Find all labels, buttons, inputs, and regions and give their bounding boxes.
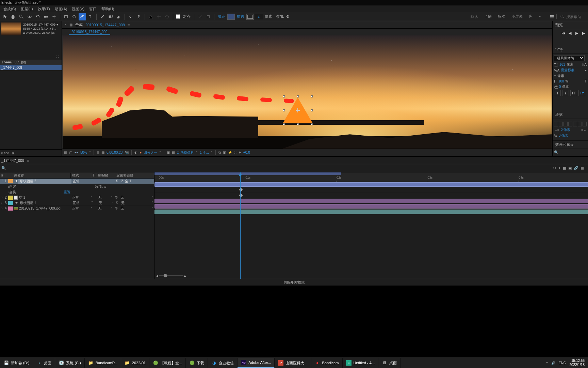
res-icon[interactable]: ⊞	[97, 151, 99, 154]
selection-tool[interactable]	[1, 13, 9, 20]
draft3d-icon[interactable]: ▦	[581, 166, 584, 170]
comp-tab-name[interactable]: 20190915_174447_009	[85, 23, 125, 27]
view-axis-tool[interactable]	[163, 13, 171, 20]
align-left-button[interactable]	[554, 122, 558, 126]
camera-tool[interactable]	[42, 13, 50, 20]
layer-bar[interactable]	[154, 210, 588, 214]
clock[interactable]: 15:12:55 2022/1/18	[570, 359, 585, 367]
taskbar-item[interactable]: P山西医科大...	[275, 358, 311, 368]
project-item[interactable]: _174447_009	[0, 65, 62, 71]
eraser-tool[interactable]	[115, 13, 122, 20]
taskbar-item[interactable]: 📁BandicamP...	[85, 358, 121, 368]
menu-effect[interactable]: 效果(T)	[36, 6, 52, 12]
brush-tool[interactable]	[99, 13, 106, 20]
zoom-out-icon[interactable]: ▲	[156, 274, 159, 277]
transparency-icon[interactable]: ▦	[172, 151, 175, 154]
quality-select[interactable]: 四分之一	[144, 150, 157, 155]
hand-tool[interactable]	[10, 13, 17, 20]
justify-last-right-button[interactable]	[578, 122, 582, 126]
shy-icon[interactable]: ⟲	[553, 166, 556, 170]
layer-bar[interactable]	[154, 204, 588, 209]
frame-blend-icon[interactable]: ▦	[563, 166, 566, 170]
reset-link[interactable]: 重置	[64, 190, 70, 195]
fast-preview-icon[interactable]: ⚡	[228, 151, 232, 154]
taskbar-item[interactable]: 🟢下载	[186, 358, 208, 368]
comp-flow-icon[interactable]: ▦	[69, 23, 72, 27]
taskbar-item[interactable]: 📁2022-01	[121, 358, 149, 368]
taskbar-item[interactable]: 🟢【教程】全...	[149, 358, 186, 368]
justify-last-center-button[interactable]	[573, 122, 577, 126]
layer-color-swatch[interactable]	[8, 179, 13, 183]
add-menu-icon[interactable]: ⊙	[286, 14, 289, 19]
clone-tool[interactable]	[107, 13, 114, 20]
rectangle-tool[interactable]	[62, 13, 70, 20]
workspace-standard[interactable]: 标准	[498, 14, 505, 19]
pickwhip-icon[interactable]: ©	[114, 201, 120, 205]
dropdown-icon[interactable]: ˅	[110, 201, 114, 205]
layer-color-swatch[interactable]	[8, 206, 13, 211]
draft-icon[interactable]: ▣	[223, 151, 226, 154]
exposure-icon[interactable]: ✱	[239, 151, 241, 154]
comp-tab-menu-icon[interactable]: ≡	[128, 23, 130, 27]
ellipse-tool[interactable]	[70, 13, 78, 20]
color-icon[interactable]: ●	[140, 151, 142, 154]
effects-panel-header[interactable]: 效果和预设	[553, 140, 588, 149]
blur-icon[interactable]: ✦	[558, 166, 561, 170]
fill-label[interactable]: 填充	[216, 14, 227, 19]
timeline-tracks[interactable]: 00s 01s 02s 03s 04s ▲ ▲	[154, 172, 588, 279]
trash-icon[interactable]: 🗑	[12, 151, 15, 155]
grid-icon[interactable]: ▦	[101, 151, 104, 154]
italic-button[interactable]: T	[562, 90, 569, 96]
menu-view[interactable]: 视图(V)	[70, 6, 86, 12]
layer-row[interactable]: › 2 空 1 正常 ˅ 无 ˅ © 无 ˅	[0, 195, 154, 200]
zoom-handle[interactable]	[164, 274, 167, 277]
layer-name[interactable]: 20190915_174447_009.jpg	[18, 206, 71, 210]
layer-transform[interactable]: › 变换 重置	[0, 189, 154, 195]
layer-bar[interactable]	[154, 182, 588, 187]
views-select[interactable]: 1 个...	[200, 150, 209, 155]
menu-help[interactable]: 帮助(H)	[99, 6, 116, 12]
zoom-tool[interactable]	[18, 13, 25, 20]
puppet-tool[interactable]	[135, 13, 143, 20]
parent-select[interactable]: 2. 空 1	[120, 179, 150, 184]
speaker-icon[interactable]: 🔊	[551, 361, 555, 365]
justify-last-left-button[interactable]	[568, 122, 572, 126]
tray-up-icon[interactable]: ˄	[546, 361, 548, 365]
layer-color-swatch[interactable]	[8, 201, 13, 205]
timecode[interactable]: 0:00:00:23	[107, 151, 122, 154]
project-item[interactable]: 174447_009.jpg	[0, 60, 62, 65]
camera-select[interactable]: 活动摄像机	[177, 150, 194, 155]
bold-button[interactable]: T	[554, 90, 561, 96]
graph-icon[interactable]: 🔗	[574, 166, 578, 170]
pickwhip-icon[interactable]: ©	[114, 179, 120, 183]
stroke-label[interactable]: 描边	[235, 14, 246, 19]
selected-shape[interactable]	[283, 95, 313, 125]
dropdown-icon[interactable]: ˅	[150, 206, 154, 210]
blend-mode[interactable]: 正常	[71, 206, 89, 211]
expand-icon[interactable]: ›	[0, 206, 3, 210]
effects-search-icon[interactable]: 🔍	[554, 150, 559, 154]
timeline-tab-menu-icon[interactable]: ≡	[27, 158, 29, 163]
dropdown-icon[interactable]: ˅	[90, 179, 94, 183]
trkmat-select[interactable]: 无	[97, 201, 110, 205]
camera-dropdown-icon[interactable]: ˅	[196, 151, 198, 154]
taskbar-item[interactable]: AeAdobe After...	[238, 358, 275, 368]
blend-mode[interactable]: 正常	[71, 201, 90, 205]
layer-name[interactable]: 形状图层 2	[18, 179, 71, 184]
local-axis-tool[interactable]	[155, 13, 163, 20]
anchor-point-icon[interactable]	[296, 109, 299, 112]
parent-select[interactable]: 无	[119, 206, 150, 211]
help-search-input[interactable]	[566, 15, 587, 19]
expand-icon[interactable]: ˅	[0, 179, 3, 183]
menu-animation[interactable]: 动画(A)	[53, 6, 69, 12]
dropdown-icon[interactable]: ˅	[150, 196, 154, 199]
zoom-level[interactable]: 50%	[80, 151, 87, 154]
bpc-label[interactable]: 8 bpc	[1, 151, 9, 155]
comp-lock-icon[interactable]: ×	[65, 23, 67, 27]
workspace-more-icon[interactable]: »	[539, 14, 541, 19]
stroke-width-input[interactable]	[255, 14, 263, 19]
taskbar-item[interactable]: ●Bandicam	[311, 358, 343, 368]
timeline-search-icon[interactable]: 🔍	[1, 166, 6, 170]
taskbar-item[interactable]: ▪桌面	[33, 358, 55, 368]
views-dropdown-icon[interactable]: ˅	[211, 151, 213, 154]
